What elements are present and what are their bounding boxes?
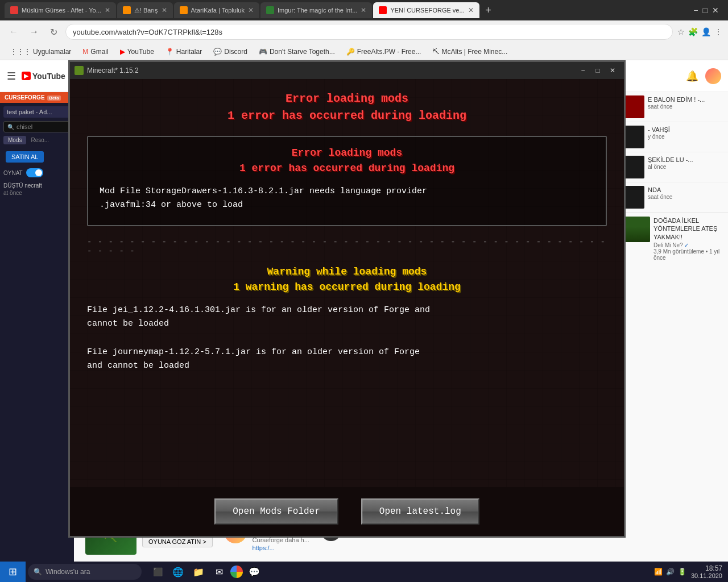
taskbar-explorer[interactable]: 📁 xyxy=(189,563,208,581)
bookmark-freeAlts-label: FreeAlts.PW - Free... xyxy=(357,48,421,56)
tab4-title: Imgur: The magic of the Int... xyxy=(278,7,357,14)
view-game-button[interactable]: OYUNA GÖZ ATIN > xyxy=(142,536,213,547)
hamburger-menu-icon[interactable]: ☰ xyxy=(7,70,16,82)
menu-icon[interactable]: ⋮ xyxy=(714,27,722,36)
taskbar-edge[interactable]: 🌐 xyxy=(169,563,187,581)
tab5-title: YENİ CURSEFORGE ve... xyxy=(390,7,464,14)
maps-icon: 📍 xyxy=(166,48,174,56)
taskbar: ⊞ 🔍 Windows'u ara ⬛ 🌐 📁 ✉ 💬 📶 🔊 🔋 18:57 … xyxy=(0,562,728,582)
mc-title-text: Minecraft* 1.15.2 xyxy=(87,66,576,74)
mc-buttons: Open Mods Folder Open latest.log xyxy=(70,487,624,536)
taskbar-discord[interactable]: 💬 xyxy=(245,563,263,581)
discord-icon: 💬 xyxy=(213,48,222,56)
bookmark-apps[interactable]: ⋮⋮⋮ Uygulamalar xyxy=(6,47,76,57)
taskbar-chrome[interactable] xyxy=(230,566,243,578)
mc-error-box-line2: 1 error has occurred during loading xyxy=(100,161,594,176)
cf-beta-label: Beta xyxy=(47,95,60,101)
tab-4[interactable]: Imgur: The magic of the Int... ✕ xyxy=(260,2,372,18)
suggestion3-views: al önce xyxy=(648,164,723,170)
address-bar: ← → ↻ ☆ 🧩 👤 ⋮ xyxy=(0,20,728,43)
taskbar-mail[interactable]: ✉ xyxy=(210,563,228,581)
tab-1[interactable]: Müslüm Gürses - Affet - Yo... ✕ xyxy=(5,2,116,18)
bookmark-gmail[interactable]: M Gmail xyxy=(78,47,113,57)
tab4-close[interactable]: ✕ xyxy=(361,6,366,14)
cf-mods-tab[interactable]: Mods xyxy=(3,136,26,144)
bottom-suggestion-channel: Deli Mi Ne? xyxy=(653,242,683,248)
tab-2[interactable]: ⚠! Barış ✕ xyxy=(117,2,173,18)
tab2-close[interactable]: ✕ xyxy=(162,6,167,14)
mc-maximize-button[interactable]: □ xyxy=(591,65,605,76)
suggestion4-info: NDA saat önce xyxy=(648,186,723,209)
search-placeholder-text: Windows'u ara xyxy=(46,568,90,576)
bookmark-youtube[interactable]: ▶ YouTube xyxy=(115,47,159,57)
tab3-close[interactable]: ✕ xyxy=(248,6,254,14)
tab1-favicon xyxy=(10,6,18,14)
youtube-logo[interactable]: ▶ YouTube xyxy=(22,72,65,81)
window-minimize[interactable]: − xyxy=(693,6,698,15)
bookmark-maps[interactable]: 📍 Haritalar xyxy=(161,47,206,57)
mc-close-button[interactable]: ✕ xyxy=(606,65,619,76)
taskbar-task-view[interactable]: ⬛ xyxy=(148,563,167,581)
bottom-suggestion-views: 3,9 Mn görüntüleme • 1 yıl önce xyxy=(653,248,723,261)
open-mods-folder-button[interactable]: Open Mods Folder xyxy=(214,498,338,525)
mc-body: Error loading mods 1 error has occurred … xyxy=(70,79,624,487)
suggestion4-views: saat önce xyxy=(648,194,723,200)
notification-bell-icon[interactable]: 🔔 xyxy=(686,70,698,82)
verified-checkmark-icon: ✓ xyxy=(684,242,689,248)
bookmark-freeAlts[interactable]: 🔑 FreeAlts.PW - Free... xyxy=(342,47,426,57)
tab5-close[interactable]: ✕ xyxy=(468,6,474,14)
forward-button[interactable]: → xyxy=(26,26,42,38)
mcAlts-icon: ⛏ xyxy=(432,48,439,56)
reload-button[interactable]: ↻ xyxy=(47,26,61,39)
open-latest-log-button[interactable]: Open latest.log xyxy=(361,498,479,525)
network-icon: 📶 xyxy=(654,568,663,576)
bookmark-dontstarve-label: Don't Starve Togeth... xyxy=(270,48,335,56)
taskbar-search[interactable]: 🔍 Windows'u ara xyxy=(28,564,142,580)
new-tab-button[interactable]: + xyxy=(481,2,497,18)
cf-purchase-button[interactable]: SATIN AL xyxy=(6,151,44,163)
mc-minimize-button[interactable]: − xyxy=(576,65,590,76)
profile-icon[interactable]: 👤 xyxy=(701,27,711,36)
user-avatar[interactable] xyxy=(705,68,721,84)
extensions-icon[interactable]: 🧩 xyxy=(688,27,698,36)
youtube-icon: ▶ xyxy=(120,48,125,56)
apps-icon: ⋮⋮⋮ xyxy=(10,48,31,56)
gmail-icon: M xyxy=(82,48,88,56)
cf-reso-tab[interactable]: Reso... xyxy=(28,136,51,144)
system-clock[interactable]: 18:57 30.11.2020 xyxy=(691,564,722,579)
channel-link[interactable]: https:/... xyxy=(253,544,309,551)
yt-logo-text: YouTube xyxy=(32,72,65,81)
bookmark-youtube-label: YouTube xyxy=(127,48,154,56)
mc-error-message: Mod File StorageDrawers-1.16.3-8.2.1.jar… xyxy=(100,185,594,212)
bookmarks-bar: ⋮⋮⋮ Uygulamalar M Gmail ▶ YouTube 📍 Hari… xyxy=(0,43,728,60)
bookmark-dontstarve[interactable]: 🎮 Don't Starve Togeth... xyxy=(254,47,340,57)
tab-5[interactable]: YENİ CURSEFORGE ve... ✕ xyxy=(373,2,479,18)
mc-warning-message2: File journeymap-1.12.2-5.7.1.jar is for … xyxy=(87,346,607,373)
bookmark-apps-label: Uygulamalar xyxy=(33,48,71,56)
bookmark-discord[interactable]: 💬 Discord xyxy=(209,47,252,57)
tab-3[interactable]: AtariKafa | Topluluk ✕ xyxy=(174,2,259,18)
cf-header: CURSEFORGE Beta xyxy=(0,92,74,103)
start-button[interactable]: ⊞ xyxy=(0,562,26,582)
cf-search-text[interactable]: chisel xyxy=(16,123,32,130)
back-button[interactable]: ← xyxy=(6,26,22,38)
freeAlts-icon: 🔑 xyxy=(346,48,355,56)
window-close[interactable]: ✕ xyxy=(712,6,719,15)
url-input[interactable] xyxy=(65,24,673,40)
tab1-title: Müslüm Gürses - Affet - Yo... xyxy=(22,7,101,14)
window-maximize[interactable]: □ xyxy=(703,6,708,15)
curseforge-panel: CURSEFORGE Beta test paket - Ad... 🔍 chi… xyxy=(0,92,74,582)
clock-time: 18:57 xyxy=(691,564,722,572)
cf-toggle-switch[interactable] xyxy=(26,168,43,177)
suggestion1-info: E BALON EDİM ! -... saat önce xyxy=(648,95,723,118)
yt-logo-icon: ▶ xyxy=(22,72,31,80)
mc-error-box-line1: Error loading mods xyxy=(100,146,594,161)
tab1-close[interactable]: ✕ xyxy=(105,6,110,14)
bookmark-mcAlts[interactable]: ⛏ McAlts | Free Minec... xyxy=(428,47,512,57)
bookmark-star-icon[interactable]: ☆ xyxy=(677,27,685,36)
bookmark-gmail-label: Gmail xyxy=(90,48,108,56)
suggestion3-title: ŞEKİLDE LU -... xyxy=(648,156,723,164)
mc-error-title-line2: 1 error has occurred during loading xyxy=(87,107,607,124)
tab4-favicon xyxy=(266,6,274,14)
tab-bar: Müslüm Gürses - Affet - Yo... ✕ ⚠! Barış… xyxy=(0,0,728,20)
